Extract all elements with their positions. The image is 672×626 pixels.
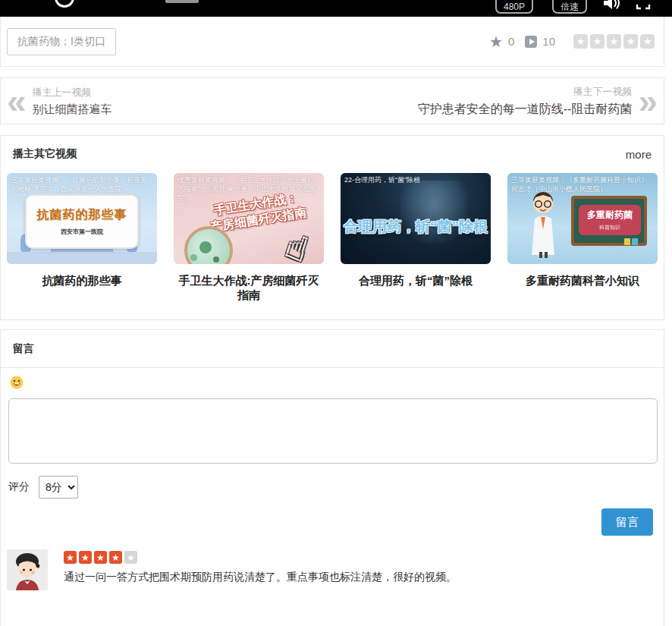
doctor-illustration	[521, 185, 565, 261]
comment-star-icon: ★	[79, 551, 92, 564]
thumbnail-title: 合理用药，斩“菌”除根	[341, 217, 491, 237]
video-card[interactable]: 三等奖获奖视频：《多重耐药菌科普小知识》何志才（中山市小榄人民医院） 多重耐药菌…	[507, 173, 658, 303]
comment-item: ★★★★★ 通过一问一答方式把围术期预防用药说清楚了。重点事项也标注清楚，很好的…	[1, 536, 664, 590]
video-card[interactable]: 优秀奖获奖视频：《手卫生大作战产房细菌歼灭指南》次美月 黄小曼（中山大学附属第七…	[174, 173, 324, 303]
volume-icon[interactable]	[602, 0, 620, 14]
avatar	[7, 549, 48, 590]
thumbnail-overlay-text: 三等奖获奖视频：《多重耐药菌科普小知识》何志才（中山市小榄人民医院）	[511, 175, 654, 193]
video-thumbnail[interactable]: 22-合理用药，斩“菌”除根 合理用药，斩“菌”除根	[341, 173, 491, 264]
video-thumbnail[interactable]: 三等奖获奖视频：《多重耐药菌科普小知识》何志才（中山市小榄人民医院） 多重耐药菌…	[507, 173, 658, 264]
thumbnail-title: 抗菌药的那些事	[37, 207, 127, 223]
video-caption[interactable]: 抗菌药的那些事	[7, 274, 157, 288]
next-video-label: 播主下一视频	[418, 85, 633, 99]
emoji-picker-icon[interactable]	[10, 376, 24, 389]
video-stats: ★ 0 10 ★★★★★	[489, 34, 655, 49]
video-navigation: « 播主上一视频 别让细菌搭遍车 播主下一视频 守护患者安全的每一道防线--阻击…	[0, 77, 664, 124]
rating-select[interactable]: 8分	[39, 476, 78, 499]
thumbnail-overlay-text: 22-合理用药，斩“菌”除根	[344, 175, 487, 184]
comment-input[interactable]	[8, 398, 658, 464]
comment-stars: ★★★★★	[64, 551, 457, 564]
other-videos-title: 播主其它视频	[13, 147, 77, 161]
comment-star-icon: ★	[64, 551, 77, 564]
comment-star-icon: ★	[94, 551, 107, 564]
video-caption[interactable]: 合理用药，斩“菌”除根	[341, 274, 491, 288]
germ-icon	[190, 254, 197, 261]
thumbnail-overlay-text: 三等奖获奖视频：《抗菌药的那些事》柏亚美 刘艳柳 李羽等（西安市第一人民医院）	[11, 175, 153, 193]
video-thumbnail[interactable]: 三等奖获奖视频：《抗菌药的那些事》柏亚美 刘艳柳 李羽等（西安市第一人民医院） …	[7, 173, 157, 264]
video-rating-stars: ★★★★★	[573, 34, 655, 49]
more-link[interactable]: more	[626, 148, 652, 161]
thumbnail-overlay-text: 优秀奖获奖视频：《手卫生大作战产房细菌歼灭指南》次美月 黄小曼（中山大学附属第七…	[177, 175, 320, 203]
playback-speed-button[interactable]: 倍速	[552, 0, 587, 14]
comments-title: 留言	[1, 330, 664, 367]
video-caption[interactable]: 手卫生大作战:产房细菌歼灭指南	[174, 274, 324, 303]
video-player-bar: 480P 倍速	[0, 0, 672, 17]
video-tag: 抗菌药物；I类切口	[7, 28, 116, 55]
video-card[interactable]: 三等奖获奖视频：《抗菌药的那些事》柏亚美 刘艳柳 李羽等（西安市第一人民医院） …	[7, 173, 157, 303]
rating-star-icon[interactable]: ★	[640, 34, 655, 49]
favorite-count: ★ 0	[489, 34, 514, 49]
fullscreen-icon[interactable]	[636, 0, 651, 13]
other-videos-section: 播主其它视频 more 三等奖获奖视频：《抗菌药的那些事》柏亚美 刘艳柳 李羽等…	[0, 135, 664, 320]
favorite-count-value: 0	[508, 35, 514, 48]
comment-star-icon: ★	[109, 551, 122, 564]
comment-text: 通过一问一答方式把围术期预防用药说清楚了。重点事项也标注清楚，很好的视频。	[64, 569, 457, 585]
thumbnail-title-panel: 多重耐药菌 科普知识	[579, 205, 641, 235]
rating-star-icon[interactable]: ★	[573, 34, 588, 49]
prev-video-title[interactable]: 别让细菌搭遍车	[33, 102, 112, 117]
prev-chevron-icon: «	[7, 86, 27, 116]
prev-video-label: 播主上一视频	[33, 86, 112, 99]
submit-comment-button[interactable]: 留言	[601, 508, 653, 536]
play-count-icon	[525, 36, 537, 48]
video-info-bar: 抗菌药物；I类切口 ★ 0 10 ★★★★★	[0, 17, 664, 67]
rating-label: 评分	[8, 480, 30, 494]
next-video-link[interactable]: 播主下一视频 守护患者安全的每一道防线--阻击耐药菌 »	[418, 85, 658, 118]
germ-icon	[213, 256, 219, 263]
germ-icon	[199, 241, 212, 253]
video-thumbnail[interactable]: 优秀奖获奖视频：《手卫生大作战产房细菌歼灭指南》次美月 黄小曼（中山大学附属第七…	[174, 173, 324, 264]
next-chevron-icon: »	[638, 86, 658, 116]
thumbnail-title-panel: 抗菌药的那些事 西安市第一医院	[25, 194, 139, 249]
comment-star-icon: ★	[124, 551, 137, 564]
thumbnail-title: 多重耐药菌	[587, 209, 633, 222]
thumbnail-subtitle: 西安市第一医院	[61, 228, 103, 236]
play-count: 10	[525, 35, 555, 48]
hand-cursor-icon: ☝	[281, 226, 312, 264]
comments-section: 留言 评分 8分 留言	[0, 329, 664, 626]
next-video-title[interactable]: 守护患者安全的每一道防线--阻击耐药菌	[418, 102, 633, 118]
thumbnail-subtitle: 科普知识	[599, 224, 620, 231]
favorite-star-icon[interactable]: ★	[489, 34, 503, 49]
video-card[interactable]: 22-合理用药，斩“菌”除根 合理用药，斩“菌”除根 合理用药，斩“菌”除根	[341, 173, 491, 303]
decor-ground	[7, 252, 157, 264]
rating-star-icon[interactable]: ★	[607, 34, 621, 49]
rating-star-icon[interactable]: ★	[623, 34, 638, 49]
player-logo-icon	[55, 0, 74, 8]
quality-button[interactable]: 480P	[495, 0, 533, 14]
rating-star-icon[interactable]: ★	[590, 34, 604, 49]
video-caption[interactable]: 多重耐药菌科普小知识	[507, 274, 658, 288]
play-count-value: 10	[542, 35, 555, 48]
decor-books	[624, 238, 638, 245]
prev-video-link[interactable]: « 播主上一视频 别让细菌搭遍车	[7, 86, 112, 117]
player-time-text	[165, 0, 199, 3]
